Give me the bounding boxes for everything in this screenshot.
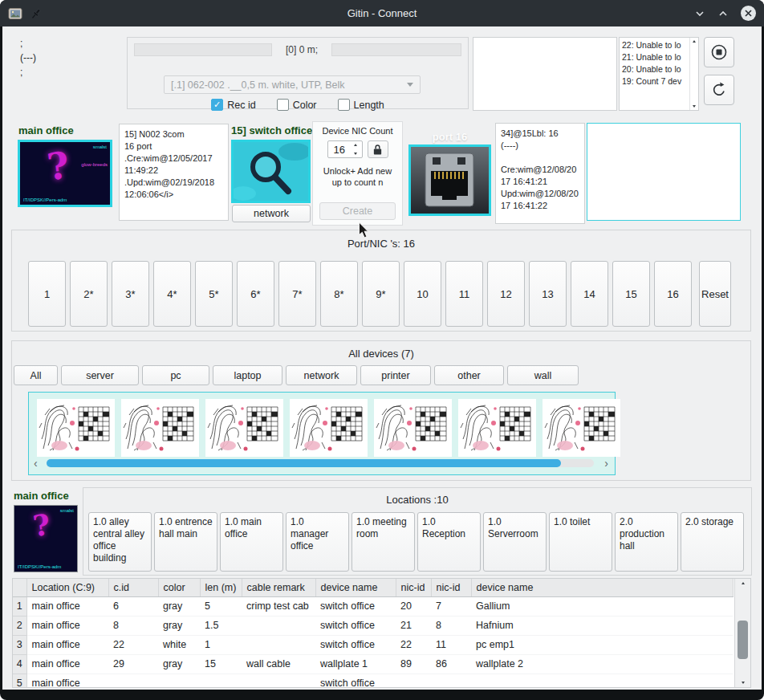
lock-button[interactable] bbox=[368, 140, 388, 158]
port-button[interactable]: 9* bbox=[362, 261, 400, 327]
log-list-item[interactable]: 22: Unable to lo bbox=[620, 39, 689, 51]
row-number[interactable]: 4 bbox=[13, 654, 26, 674]
scroll-up-icon[interactable] bbox=[693, 40, 696, 43]
location-button[interactable]: 2.0 production hall bbox=[615, 512, 678, 572]
port-button[interactable]: 2* bbox=[70, 261, 108, 327]
cell-device-name[interactable]: switch office bbox=[315, 596, 396, 616]
carousel-scrollbar[interactable] bbox=[47, 459, 594, 467]
port-button[interactable]: 15 bbox=[612, 261, 650, 327]
carousel-left-icon[interactable]: ‹ bbox=[34, 458, 38, 469]
cell-color[interactable]: white bbox=[158, 635, 200, 654]
cell-location[interactable]: main office bbox=[26, 635, 108, 654]
log-list-scrollbar[interactable] bbox=[689, 38, 698, 110]
table-row[interactable]: 3 main office 22 white 1 switch office 2… bbox=[13, 635, 733, 654]
carousel-right-icon[interactable]: › bbox=[604, 458, 608, 469]
location-button[interactable]: 1.0 meeting room bbox=[352, 512, 415, 572]
location-button[interactable]: 1.0 Serverroom bbox=[483, 512, 547, 572]
cell-nic-id-2[interactable]: 86 bbox=[431, 654, 471, 674]
log-list-item[interactable]: 21: Unable to lo bbox=[620, 51, 689, 63]
device-filter-button[interactable]: laptop bbox=[213, 365, 282, 385]
carousel-scrollbar-thumb[interactable] bbox=[47, 459, 561, 467]
port-button[interactable]: 13 bbox=[529, 261, 567, 327]
table-row[interactable]: 4 main office 29 gray 15 wall cable wall… bbox=[13, 654, 733, 674]
port-button[interactable]: 11 bbox=[445, 261, 483, 327]
device-filter-button[interactable]: wall bbox=[507, 365, 579, 385]
log-list-item[interactable]: 19: Count 7 dev bbox=[620, 75, 689, 87]
cell-color[interactable]: gray bbox=[158, 596, 200, 616]
cell-cid[interactable]: 29 bbox=[108, 654, 158, 674]
row-number[interactable]: 5 bbox=[13, 674, 26, 688]
main-office-image[interactable]: smalst ? glow-breeds IT/IDPSK//Pers-adm bbox=[18, 140, 112, 207]
port-button[interactable]: 3* bbox=[112, 261, 149, 327]
cell-device-name-2[interactable]: Gallium bbox=[471, 596, 733, 616]
col-header-cid[interactable]: c.id bbox=[108, 579, 158, 596]
cell-cid[interactable]: 8 bbox=[108, 616, 158, 635]
cell-device-name[interactable]: wallplate 1 bbox=[315, 654, 396, 674]
network-button[interactable]: network bbox=[232, 205, 311, 222]
col-header-color[interactable]: color bbox=[158, 579, 200, 596]
port-button[interactable]: 8* bbox=[320, 261, 358, 327]
col-header-device-name-2[interactable]: device name bbox=[471, 579, 733, 596]
table-row[interactable]: 5 main office switch office bbox=[13, 674, 733, 688]
location-button[interactable]: 1.0 main office bbox=[220, 512, 283, 572]
device-thumbnail[interactable] bbox=[290, 399, 368, 457]
port-button[interactable]: 5* bbox=[195, 261, 233, 327]
scroll-down-icon[interactable] bbox=[693, 105, 696, 108]
location-button[interactable]: 2.0 storage bbox=[681, 512, 744, 572]
cell-device-name-2[interactable] bbox=[471, 674, 733, 688]
cable-combobox[interactable]: [.1] 062-002 .__0,5 m. white, UTP, Belk bbox=[164, 75, 421, 94]
device-filter-button[interactable]: network bbox=[286, 365, 357, 385]
cell-location[interactable]: main office bbox=[26, 654, 108, 674]
log-list[interactable]: 22: Unable to lo21: Unable to lo20: Unab… bbox=[619, 37, 699, 111]
pin-icon[interactable] bbox=[30, 7, 43, 20]
port-button[interactable]: Reset bbox=[699, 261, 731, 327]
table-scrollbar-thumb[interactable] bbox=[738, 621, 748, 659]
cell-device-name[interactable]: switch office bbox=[315, 674, 396, 688]
port-button[interactable]: 4* bbox=[153, 261, 191, 327]
scroll-down-icon[interactable] bbox=[735, 682, 750, 684]
cell-device-name-2[interactable]: wallplate 2 bbox=[471, 654, 733, 674]
cell-nic-id-2[interactable]: 11 bbox=[431, 635, 471, 654]
location-button[interactable]: 1.0 manager office bbox=[286, 512, 349, 572]
port-button[interactable]: 10 bbox=[404, 261, 441, 327]
col-header[interactable] bbox=[13, 579, 26, 596]
device-filter-button[interactable]: other bbox=[434, 365, 504, 385]
cell-cid[interactable] bbox=[108, 674, 158, 688]
cell-device-name[interactable]: switch office bbox=[315, 616, 396, 635]
cell-cid[interactable]: 22 bbox=[108, 635, 158, 654]
cell-location[interactable]: main office bbox=[26, 674, 108, 688]
table-row[interactable]: 1 main office 6 gray 5 crimp test cab sw… bbox=[13, 596, 733, 616]
cell-cable-remark[interactable] bbox=[242, 635, 315, 654]
cell-location[interactable]: main office bbox=[26, 596, 108, 616]
checkbox-length[interactable]: Length bbox=[338, 99, 384, 111]
cell-color[interactable]: gray bbox=[158, 616, 200, 635]
port-button[interactable]: 7* bbox=[278, 261, 316, 327]
cell-location[interactable]: main office bbox=[26, 616, 108, 635]
minimize-icon[interactable] bbox=[694, 8, 705, 19]
cell-len[interactable] bbox=[200, 674, 242, 688]
cell-nic-id-2[interactable]: 7 bbox=[431, 596, 471, 616]
port-image[interactable] bbox=[408, 144, 491, 216]
port-button[interactable]: 12 bbox=[487, 261, 525, 327]
cell-nic-id[interactable]: 89 bbox=[396, 654, 431, 674]
device-thumbnail[interactable] bbox=[37, 399, 115, 457]
location-button[interactable]: 1.0 toilet bbox=[549, 512, 612, 572]
port-button[interactable]: 1 bbox=[28, 261, 66, 327]
cell-device-name-2[interactable]: pc emp1 bbox=[471, 635, 733, 654]
cell-nic-id[interactable]: 21 bbox=[396, 616, 431, 635]
refresh-button[interactable] bbox=[704, 75, 734, 105]
cell-len[interactable]: 1.5 bbox=[200, 616, 242, 635]
device-thumbnail[interactable] bbox=[205, 399, 283, 457]
spin-up-icon[interactable] bbox=[354, 144, 357, 146]
nic-count-spinbox[interactable]: 16 bbox=[327, 140, 363, 158]
col-header-cable-remark[interactable]: cable remark bbox=[242, 579, 315, 596]
cell-color[interactable] bbox=[158, 674, 200, 688]
device-filter-button[interactable]: printer bbox=[360, 365, 431, 385]
switch-office-image[interactable] bbox=[231, 140, 311, 203]
col-header-nic-id-2[interactable]: nic-id bbox=[431, 579, 471, 596]
row-number[interactable]: 2 bbox=[13, 616, 26, 635]
cell-nic-id[interactable]: 20 bbox=[396, 596, 431, 616]
checkbox-color[interactable]: Color bbox=[277, 99, 317, 111]
spin-down-icon[interactable] bbox=[354, 153, 357, 155]
cell-nic-id[interactable] bbox=[396, 674, 431, 688]
